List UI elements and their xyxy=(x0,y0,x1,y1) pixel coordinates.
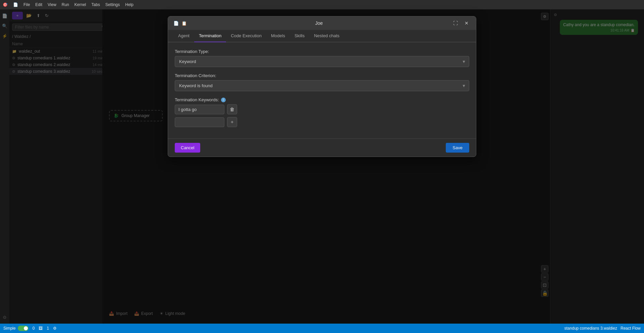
add-keyword-button[interactable]: ＋ xyxy=(227,117,237,127)
status-bar: Simple 0 🖼 1 ⚙ standup comedians 3.waldi… xyxy=(0,324,644,333)
menu-edit[interactable]: Edit xyxy=(35,2,42,7)
menu-bar: 🎯 📄 File Edit View Run Kernel Tabs Setti… xyxy=(0,0,644,9)
info-icon[interactable]: i xyxy=(221,98,226,102)
termination-keywords-group: Termination Keywords: i 🗑 ＋ xyxy=(175,97,469,127)
termination-keywords-label: Termination Keywords: i xyxy=(175,97,469,102)
tab-termination[interactable]: Termination xyxy=(194,30,226,42)
tab-code-execution[interactable]: Code Execution xyxy=(226,30,266,42)
termination-criterion-select[interactable]: Keyword is found Keyword is not found xyxy=(175,80,469,91)
status-right: standup comedians 3.waldiez React Flow xyxy=(565,326,641,331)
settings-icon[interactable]: ⚙ xyxy=(53,326,57,331)
keyword-input-new[interactable] xyxy=(175,117,224,127)
modal-close-button[interactable]: ✕ xyxy=(463,20,471,26)
modal-footer: Cancel Save xyxy=(168,138,476,157)
termination-criterion-group: Termination Criterion: Keyword is found … xyxy=(175,73,469,91)
termination-type-select[interactable]: Keyword Max messages None xyxy=(175,56,469,67)
app-icon: 🎯 xyxy=(3,2,8,7)
modal-expand-button[interactable]: ⛶ xyxy=(451,20,460,26)
menu-run[interactable]: Run xyxy=(62,2,69,7)
toggle-thumb xyxy=(24,326,28,330)
modal-header: 📄 📋 Joe ⛶ ✕ xyxy=(168,16,476,30)
simple-label: Simple xyxy=(3,326,16,331)
modal-body: Termination Type: Keyword Max messages N… xyxy=(168,42,476,138)
react-flow-label: React Flow xyxy=(621,326,641,331)
modal-header-actions: ⛶ ✕ xyxy=(451,20,471,26)
tab-nested-chats[interactable]: Nested chats xyxy=(309,30,344,42)
menu-view[interactable]: View xyxy=(48,2,56,7)
termination-type-group: Termination Type: Keyword Max messages N… xyxy=(175,49,469,67)
keyword-input-existing[interactable] xyxy=(175,105,224,114)
menu-help[interactable]: Help xyxy=(125,2,133,7)
modal-title: Joe xyxy=(315,20,323,26)
menu-tabs[interactable]: Tabs xyxy=(92,2,100,7)
termination-type-label: Termination Type: xyxy=(175,49,469,54)
file-icon: 📄 xyxy=(13,2,18,7)
termination-criterion-select-wrap: Keyword is found Keyword is not found ▼ xyxy=(175,80,469,91)
save-button[interactable]: Save xyxy=(446,143,469,153)
delete-keyword-button[interactable]: 🗑 xyxy=(227,104,237,114)
tab-models[interactable]: Models xyxy=(266,30,290,42)
tab-skills[interactable]: Skills xyxy=(290,30,309,42)
simple-toggle[interactable]: Simple xyxy=(3,326,29,331)
termination-type-select-wrap: Keyword Max messages None ▼ xyxy=(175,56,469,67)
menu-file[interactable]: File xyxy=(23,2,30,7)
termination-criterion-label: Termination Criterion: xyxy=(175,73,469,78)
file-count: 0 xyxy=(33,326,35,331)
item-count: 1 xyxy=(47,326,49,331)
keyword-row-new: ＋ xyxy=(175,117,469,127)
modal-header-icon2: 📋 xyxy=(181,21,187,26)
modal-dialog: 📄 📋 Joe ⛶ ✕ Agent Termination Code Execu… xyxy=(168,16,476,157)
toggle-track[interactable] xyxy=(18,326,29,331)
item-count-icon: 🖼 xyxy=(39,326,43,331)
modal-overlay: 📄 📋 Joe ⛶ ✕ Agent Termination Code Execu… xyxy=(0,9,644,324)
keyword-row-existing: 🗑 xyxy=(175,104,469,114)
active-file-name: standup comedians 3.waldiez xyxy=(565,326,617,331)
tab-agent[interactable]: Agent xyxy=(173,30,194,42)
modal-header-icon: 📄 xyxy=(173,21,179,26)
cancel-button[interactable]: Cancel xyxy=(175,143,200,153)
menu-settings[interactable]: Settings xyxy=(105,2,120,7)
menu-kernel[interactable]: Kernel xyxy=(74,2,86,7)
modal-tabs: Agent Termination Code Execution Models … xyxy=(168,30,476,42)
